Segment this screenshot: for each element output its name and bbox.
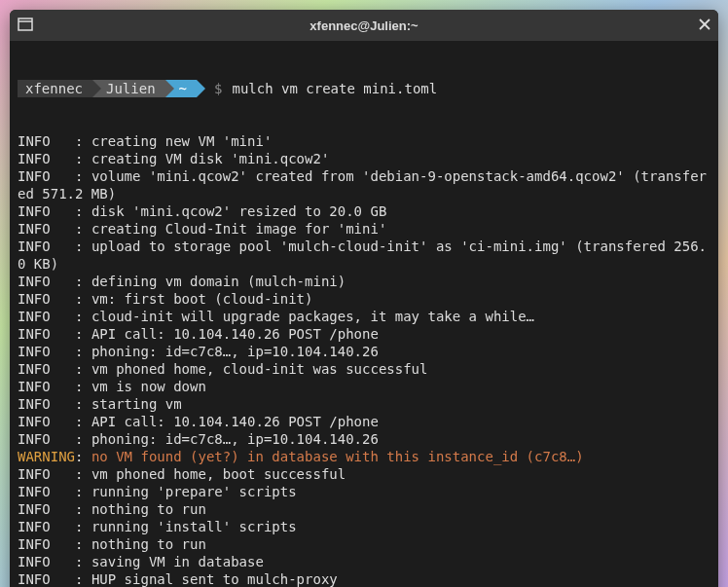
prompt-host: Julien: [92, 80, 165, 97]
log-level: INFO: [18, 536, 75, 552]
log-line: INFO : vm phoned home, boot successful: [18, 465, 710, 483]
log-message: defining vm domain (mulch-mini): [91, 274, 346, 289]
titlebar[interactable]: xfennec@Julien:~: [10, 10, 718, 41]
log-line: WARNING: no VM found (yet?) in database …: [18, 448, 710, 465]
log-message: phoning: id=c7c8…, ip=10.104.140.26: [91, 344, 379, 359]
log-level: INFO: [18, 361, 75, 377]
window-title: xfennec@Julien:~: [41, 18, 687, 33]
log-line: INFO : cloud-init will upgrade packages,…: [18, 308, 710, 325]
log-message: nothing to run: [91, 501, 206, 517]
log-message: API call: 10.104.140.26 POST /phone: [91, 414, 379, 429]
log-line: INFO : nothing to run: [18, 500, 710, 518]
log-level: INFO: [18, 466, 75, 482]
log-message: running 'install' scripts: [91, 519, 297, 534]
log-level: INFO: [18, 151, 75, 166]
log-level: INFO: [18, 519, 75, 534]
log-line: INFO : creating new VM 'mini': [18, 132, 710, 150]
log-message: starting vm: [91, 396, 182, 412]
command-text: mulch vm create mini.toml: [232, 80, 437, 97]
log-line: INFO : running 'prepare' scripts: [18, 483, 710, 500]
log-line: INFO : nothing to run: [18, 535, 710, 553]
log-level: INFO: [18, 274, 75, 289]
terminal-window: xfennec@Julien:~ xfennecJulien~$ mulch v…: [10, 10, 718, 587]
log-level: INFO: [18, 344, 75, 359]
log-line: INFO : defining vm domain (mulch-mini): [18, 273, 710, 290]
log-message: API call: 10.104.140.26 POST /phone: [91, 326, 379, 342]
log-level: INFO: [18, 221, 75, 237]
log-line: INFO : creating VM disk 'mini.qcow2': [18, 150, 710, 167]
log-level: INFO: [18, 379, 75, 394]
log-line: INFO : creating Cloud-Init image for 'mi…: [18, 220, 710, 238]
log-level: INFO: [18, 203, 75, 219]
menu-icon[interactable]: [18, 18, 33, 34]
log-message: running 'prepare' scripts: [91, 484, 297, 499]
log-message: nothing to run: [91, 536, 206, 552]
log-line: INFO : vm is now down: [18, 378, 710, 395]
log-message: no VM found (yet?) in database with this…: [91, 449, 584, 464]
log-level: INFO: [18, 431, 75, 447]
log-level: INFO: [18, 291, 75, 307]
log-message: volume 'mini.qcow2' created from 'debian…: [18, 168, 707, 202]
log-message: creating VM disk 'mini.qcow2': [91, 151, 329, 166]
log-message: upload to storage pool 'mulch-cloud-init…: [18, 238, 707, 272]
log-line: INFO : upload to storage pool 'mulch-clo…: [18, 238, 710, 273]
log-level: INFO: [18, 238, 75, 254]
log-line: INFO : phoning: id=c7c8…, ip=10.104.140.…: [18, 430, 710, 448]
log-level: INFO: [18, 484, 75, 499]
log-line: INFO : saving VM in database: [18, 553, 710, 570]
log-line: INFO : API call: 10.104.140.26 POST /pho…: [18, 413, 710, 430]
log-level: INFO: [18, 396, 75, 412]
log-message: HUP signal sent to mulch-proxy: [91, 571, 338, 587]
log-level: INFO: [18, 414, 75, 429]
prompt-user: xfennec: [18, 80, 92, 97]
log-level: WARNING: [18, 449, 75, 464]
log-level: INFO: [18, 571, 75, 587]
log-message: saving VM in database: [91, 554, 264, 569]
log-level: INFO: [18, 326, 75, 342]
log-message: vm phoned home, boot successful: [91, 466, 346, 482]
log-line: INFO : API call: 10.104.140.26 POST /pho…: [18, 325, 710, 343]
log-line: INFO : HUP signal sent to mulch-proxy: [18, 570, 710, 587]
log-level: INFO: [18, 309, 75, 324]
log-message: disk 'mini.qcow2' resized to 20.0 GB: [91, 203, 386, 219]
close-icon[interactable]: [699, 18, 710, 33]
log-level: INFO: [18, 554, 75, 569]
log-line: INFO : disk 'mini.qcow2' resized to 20.0…: [18, 202, 710, 220]
prompt-line-1: xfennecJulien~$ mulch vm create mini.tom…: [18, 80, 710, 97]
log-level: INFO: [18, 501, 75, 517]
log-output: INFO : creating new VM 'mini'INFO : crea…: [18, 132, 710, 587]
log-line: INFO : volume 'mini.qcow2' created from …: [18, 167, 710, 202]
log-message: creating new VM 'mini': [91, 133, 272, 149]
log-message: cloud-init will upgrade packages, it may…: [91, 309, 534, 324]
terminal-body[interactable]: xfennecJulien~$ mulch vm create mini.tom…: [10, 41, 718, 587]
log-line: INFO : phoning: id=c7c8…, ip=10.104.140.…: [18, 343, 710, 360]
log-message: vm is now down: [91, 379, 206, 394]
log-message: vm: first boot (cloud-init): [91, 291, 313, 307]
log-message: vm phoned home, cloud-init was successfu…: [91, 361, 428, 377]
log-message: creating Cloud-Init image for 'mini': [91, 221, 386, 237]
log-line: INFO : running 'install' scripts: [18, 518, 710, 535]
log-level: INFO: [18, 133, 75, 149]
log-line: INFO : vm: first boot (cloud-init): [18, 290, 710, 308]
svg-rect-0: [18, 18, 32, 30]
log-level: INFO: [18, 168, 75, 184]
log-line: INFO : vm phoned home, cloud-init was su…: [18, 360, 710, 378]
log-line: INFO : starting vm: [18, 395, 710, 413]
log-message: phoning: id=c7c8…, ip=10.104.140.26: [91, 431, 379, 447]
